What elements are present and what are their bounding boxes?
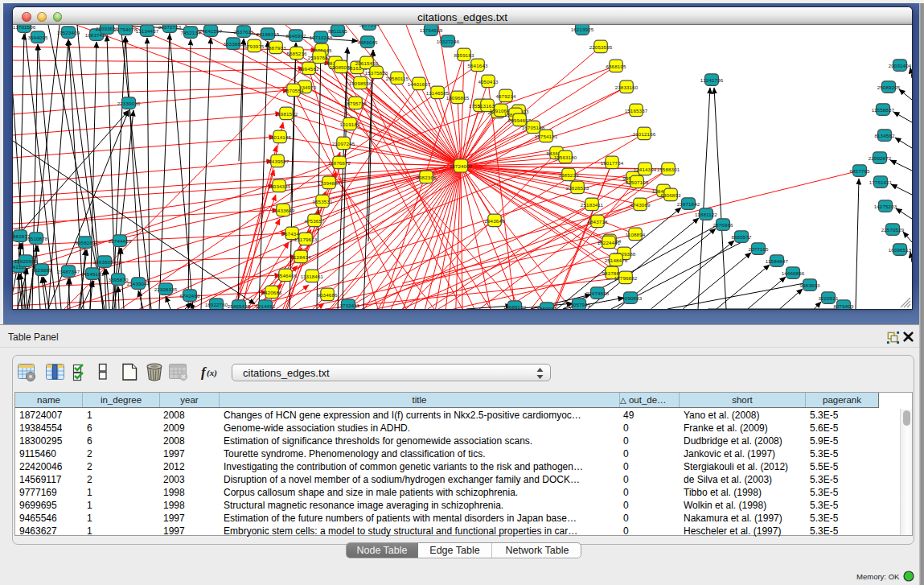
svg-text:25183411: 25183411 xyxy=(581,202,604,208)
svg-text:9214491: 9214491 xyxy=(255,303,276,309)
svg-text:13754919: 13754919 xyxy=(420,27,443,33)
svg-text:3677374: 3677374 xyxy=(359,25,380,27)
svg-text:9034686: 9034686 xyxy=(317,292,338,298)
svg-text:24641507: 24641507 xyxy=(199,28,223,34)
svg-text:14401657: 14401657 xyxy=(408,81,431,87)
svg-text:22744459: 22744459 xyxy=(109,238,132,244)
svg-text:4050413: 4050413 xyxy=(478,79,499,84)
svg-text:21981592: 21981592 xyxy=(275,111,298,117)
svg-text:17796882: 17796882 xyxy=(614,275,638,281)
svg-text:21012166: 21012166 xyxy=(633,131,656,137)
svg-text:20372723: 20372723 xyxy=(158,25,182,30)
svg-text:18034339: 18034339 xyxy=(268,183,291,189)
svg-text:1385239: 1385239 xyxy=(558,172,579,178)
svg-text:5685216: 5685216 xyxy=(286,51,307,56)
svg-text:21439044: 21439044 xyxy=(127,281,150,286)
svg-text:20615450: 20615450 xyxy=(355,60,379,66)
svg-text:8685577: 8685577 xyxy=(731,234,752,240)
svg-text:22330030: 22330030 xyxy=(117,101,141,106)
svg-text:23971842: 23971842 xyxy=(677,201,700,207)
svg-text:2077105: 2077105 xyxy=(748,246,769,252)
svg-text:6457765: 6457765 xyxy=(849,168,870,174)
svg-text:11881122: 11881122 xyxy=(695,212,717,217)
svg-text:4843718: 4843718 xyxy=(587,219,608,225)
svg-text:13701506: 13701506 xyxy=(13,25,36,30)
svg-text:4743069: 4743069 xyxy=(630,202,651,208)
svg-text:11558837: 11558837 xyxy=(872,107,895,113)
svg-text:22306335: 22306335 xyxy=(154,286,178,292)
svg-text:19688132: 19688132 xyxy=(503,304,527,309)
svg-text:16705148: 16705148 xyxy=(522,125,545,130)
svg-text:8079409: 8079409 xyxy=(833,303,854,309)
svg-text:23826523: 23826523 xyxy=(566,185,589,191)
svg-text:23188315: 23188315 xyxy=(257,31,280,37)
svg-text:13732411: 13732411 xyxy=(337,303,360,308)
svg-text:25997682: 25997682 xyxy=(308,55,331,60)
svg-text:13134457: 13134457 xyxy=(136,28,159,34)
svg-text:3220921: 3220921 xyxy=(818,295,839,301)
svg-text:1019189: 1019189 xyxy=(339,122,360,127)
svg-text:3644095: 3644095 xyxy=(27,35,48,40)
svg-text:25089205: 25089205 xyxy=(877,84,901,90)
svg-text:8646997: 8646997 xyxy=(285,33,306,39)
svg-text:12414394: 12414394 xyxy=(634,167,657,172)
svg-text:6420686: 6420686 xyxy=(261,290,282,295)
svg-text:24549181: 24549181 xyxy=(81,271,105,277)
svg-text:4570554: 4570554 xyxy=(283,88,304,93)
svg-text:22474828: 22474828 xyxy=(586,290,610,296)
svg-text:22053595: 22053595 xyxy=(589,44,613,50)
svg-text:18096865: 18096865 xyxy=(446,95,470,101)
svg-text:11876872: 11876872 xyxy=(328,160,351,166)
svg-text:19017734: 19017734 xyxy=(601,160,624,166)
svg-text:22570529: 22570529 xyxy=(881,227,905,233)
svg-text:4753657: 4753657 xyxy=(304,218,325,224)
svg-text:10057945: 10057945 xyxy=(568,302,591,307)
svg-text:18754131: 18754131 xyxy=(535,134,558,139)
svg-text:19098556: 19098556 xyxy=(349,80,372,86)
svg-text:8369062: 8369062 xyxy=(536,306,557,309)
svg-text:1653531: 1653531 xyxy=(312,199,333,204)
svg-text:25465435: 25465435 xyxy=(228,303,251,309)
svg-text:8134562: 8134562 xyxy=(874,133,895,138)
svg-text:18795716: 18795716 xyxy=(344,101,368,106)
svg-text:25148476: 25148476 xyxy=(605,257,628,263)
svg-text:13179613: 13179613 xyxy=(294,237,318,242)
svg-text:17394887: 17394887 xyxy=(318,180,341,186)
svg-text:16224441: 16224441 xyxy=(598,240,621,245)
svg-text:24090883: 24090883 xyxy=(619,295,643,301)
svg-text:14460856: 14460856 xyxy=(782,270,805,276)
svg-text:2943646: 2943646 xyxy=(484,218,505,224)
svg-text:14275203: 14275203 xyxy=(874,204,897,209)
svg-text:12920906: 12920906 xyxy=(14,258,38,264)
svg-text:22507109: 22507109 xyxy=(626,179,649,185)
svg-text:6742460: 6742460 xyxy=(179,293,200,299)
svg-text:19563180: 19563180 xyxy=(554,154,577,160)
svg-text:13241736: 13241736 xyxy=(700,77,724,83)
svg-text:11014145: 11014145 xyxy=(269,134,292,140)
svg-text:23936053: 23936053 xyxy=(93,259,117,265)
svg-text:13546466: 13546466 xyxy=(274,273,298,278)
svg-text:6128434: 6128434 xyxy=(290,254,311,260)
svg-text:22992872: 22992872 xyxy=(869,155,892,161)
svg-text:17751421: 17751421 xyxy=(869,179,893,185)
svg-text:15165337: 15165337 xyxy=(625,108,648,113)
svg-text:8359183: 8359183 xyxy=(454,52,474,58)
svg-text:3333883: 3333883 xyxy=(223,41,244,47)
svg-text:6306893: 6306893 xyxy=(660,192,681,198)
svg-text:21097245: 21097245 xyxy=(332,141,355,146)
svg-text:21433649: 21433649 xyxy=(272,208,295,213)
svg-text:15588301: 15588301 xyxy=(657,167,680,172)
svg-text:20580115: 20580115 xyxy=(386,76,409,81)
svg-text:23833160: 23833160 xyxy=(615,84,639,90)
svg-text:18922760: 18922760 xyxy=(205,302,228,307)
svg-text:11584847: 11584847 xyxy=(766,258,789,264)
svg-text:(x): (x) xyxy=(207,368,217,378)
svg-text:2876966: 2876966 xyxy=(713,222,733,228)
svg-text:6994562: 6994562 xyxy=(298,66,319,72)
svg-text:8029889: 8029889 xyxy=(31,267,52,273)
svg-text:7452134: 7452134 xyxy=(180,30,201,35)
svg-text:5641643: 5641643 xyxy=(467,63,488,68)
svg-text:10327246: 10327246 xyxy=(437,39,460,44)
svg-text:9983893: 9983893 xyxy=(799,282,820,288)
svg-text:23487347: 23487347 xyxy=(57,269,80,274)
